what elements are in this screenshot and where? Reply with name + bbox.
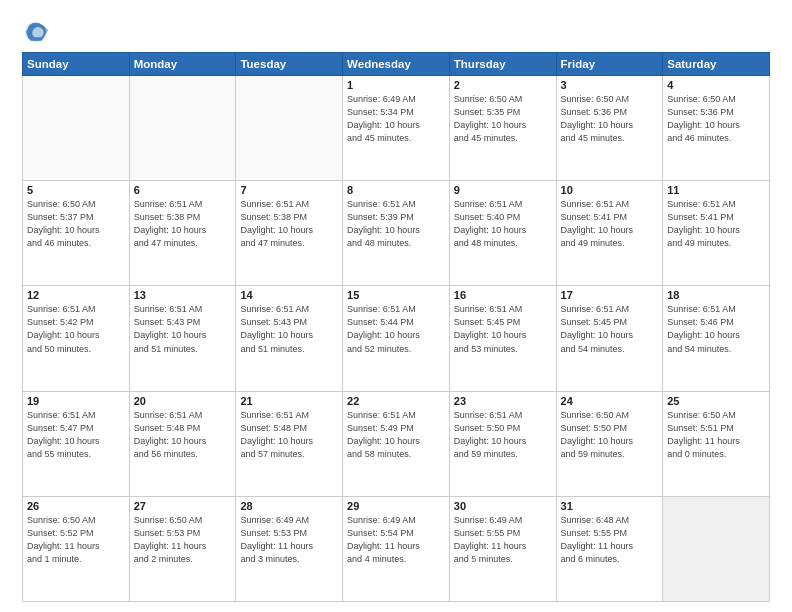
day-cell: 8Sunrise: 6:51 AM Sunset: 5:39 PM Daylig… xyxy=(343,181,450,286)
day-cell: 24Sunrise: 6:50 AM Sunset: 5:50 PM Dayli… xyxy=(556,391,663,496)
day-info: Sunrise: 6:51 AM Sunset: 5:49 PM Dayligh… xyxy=(347,409,445,461)
day-info: Sunrise: 6:51 AM Sunset: 5:42 PM Dayligh… xyxy=(27,303,125,355)
day-info: Sunrise: 6:51 AM Sunset: 5:48 PM Dayligh… xyxy=(240,409,338,461)
page: SundayMondayTuesdayWednesdayThursdayFrid… xyxy=(0,0,792,612)
day-cell: 16Sunrise: 6:51 AM Sunset: 5:45 PM Dayli… xyxy=(449,286,556,391)
day-number: 2 xyxy=(454,79,552,91)
day-number: 25 xyxy=(667,395,765,407)
day-info: Sunrise: 6:51 AM Sunset: 5:45 PM Dayligh… xyxy=(561,303,659,355)
day-cell: 30Sunrise: 6:49 AM Sunset: 5:55 PM Dayli… xyxy=(449,496,556,601)
day-cell: 22Sunrise: 6:51 AM Sunset: 5:49 PM Dayli… xyxy=(343,391,450,496)
day-info: Sunrise: 6:50 AM Sunset: 5:35 PM Dayligh… xyxy=(454,93,552,145)
day-number: 30 xyxy=(454,500,552,512)
day-cell: 17Sunrise: 6:51 AM Sunset: 5:45 PM Dayli… xyxy=(556,286,663,391)
day-info: Sunrise: 6:49 AM Sunset: 5:55 PM Dayligh… xyxy=(454,514,552,566)
day-number: 1 xyxy=(347,79,445,91)
week-row-2: 5Sunrise: 6:50 AM Sunset: 5:37 PM Daylig… xyxy=(23,181,770,286)
day-number: 3 xyxy=(561,79,659,91)
header xyxy=(22,18,770,46)
day-cell: 25Sunrise: 6:50 AM Sunset: 5:51 PM Dayli… xyxy=(663,391,770,496)
day-number: 11 xyxy=(667,184,765,196)
weekday-header-wednesday: Wednesday xyxy=(343,53,450,76)
day-number: 7 xyxy=(240,184,338,196)
day-info: Sunrise: 6:49 AM Sunset: 5:34 PM Dayligh… xyxy=(347,93,445,145)
day-cell: 1Sunrise: 6:49 AM Sunset: 5:34 PM Daylig… xyxy=(343,76,450,181)
day-cell xyxy=(663,496,770,601)
week-row-3: 12Sunrise: 6:51 AM Sunset: 5:42 PM Dayli… xyxy=(23,286,770,391)
weekday-header-tuesday: Tuesday xyxy=(236,53,343,76)
day-number: 12 xyxy=(27,289,125,301)
day-cell: 28Sunrise: 6:49 AM Sunset: 5:53 PM Dayli… xyxy=(236,496,343,601)
day-info: Sunrise: 6:50 AM Sunset: 5:52 PM Dayligh… xyxy=(27,514,125,566)
day-info: Sunrise: 6:51 AM Sunset: 5:50 PM Dayligh… xyxy=(454,409,552,461)
day-info: Sunrise: 6:51 AM Sunset: 5:39 PM Dayligh… xyxy=(347,198,445,250)
day-number: 17 xyxy=(561,289,659,301)
weekday-header-saturday: Saturday xyxy=(663,53,770,76)
day-cell: 10Sunrise: 6:51 AM Sunset: 5:41 PM Dayli… xyxy=(556,181,663,286)
day-info: Sunrise: 6:51 AM Sunset: 5:41 PM Dayligh… xyxy=(561,198,659,250)
day-cell: 26Sunrise: 6:50 AM Sunset: 5:52 PM Dayli… xyxy=(23,496,130,601)
day-info: Sunrise: 6:50 AM Sunset: 5:51 PM Dayligh… xyxy=(667,409,765,461)
logo xyxy=(22,18,54,46)
day-cell: 29Sunrise: 6:49 AM Sunset: 5:54 PM Dayli… xyxy=(343,496,450,601)
day-number: 29 xyxy=(347,500,445,512)
day-cell: 15Sunrise: 6:51 AM Sunset: 5:44 PM Dayli… xyxy=(343,286,450,391)
weekday-header-friday: Friday xyxy=(556,53,663,76)
day-info: Sunrise: 6:51 AM Sunset: 5:46 PM Dayligh… xyxy=(667,303,765,355)
day-info: Sunrise: 6:50 AM Sunset: 5:37 PM Dayligh… xyxy=(27,198,125,250)
day-number: 19 xyxy=(27,395,125,407)
day-cell: 20Sunrise: 6:51 AM Sunset: 5:48 PM Dayli… xyxy=(129,391,236,496)
day-cell: 18Sunrise: 6:51 AM Sunset: 5:46 PM Dayli… xyxy=(663,286,770,391)
day-number: 27 xyxy=(134,500,232,512)
day-cell: 5Sunrise: 6:50 AM Sunset: 5:37 PM Daylig… xyxy=(23,181,130,286)
day-cell xyxy=(23,76,130,181)
day-cell xyxy=(129,76,236,181)
day-cell: 3Sunrise: 6:50 AM Sunset: 5:36 PM Daylig… xyxy=(556,76,663,181)
calendar: SundayMondayTuesdayWednesdayThursdayFrid… xyxy=(22,52,770,602)
week-row-4: 19Sunrise: 6:51 AM Sunset: 5:47 PM Dayli… xyxy=(23,391,770,496)
day-number: 16 xyxy=(454,289,552,301)
day-cell: 27Sunrise: 6:50 AM Sunset: 5:53 PM Dayli… xyxy=(129,496,236,601)
day-number: 21 xyxy=(240,395,338,407)
day-number: 5 xyxy=(27,184,125,196)
day-info: Sunrise: 6:50 AM Sunset: 5:50 PM Dayligh… xyxy=(561,409,659,461)
day-number: 13 xyxy=(134,289,232,301)
day-number: 22 xyxy=(347,395,445,407)
day-info: Sunrise: 6:48 AM Sunset: 5:55 PM Dayligh… xyxy=(561,514,659,566)
weekday-header-monday: Monday xyxy=(129,53,236,76)
day-cell: 4Sunrise: 6:50 AM Sunset: 5:36 PM Daylig… xyxy=(663,76,770,181)
day-info: Sunrise: 6:50 AM Sunset: 5:53 PM Dayligh… xyxy=(134,514,232,566)
day-info: Sunrise: 6:51 AM Sunset: 5:38 PM Dayligh… xyxy=(240,198,338,250)
day-info: Sunrise: 6:51 AM Sunset: 5:40 PM Dayligh… xyxy=(454,198,552,250)
week-row-5: 26Sunrise: 6:50 AM Sunset: 5:52 PM Dayli… xyxy=(23,496,770,601)
day-number: 23 xyxy=(454,395,552,407)
day-info: Sunrise: 6:49 AM Sunset: 5:53 PM Dayligh… xyxy=(240,514,338,566)
day-info: Sunrise: 6:51 AM Sunset: 5:43 PM Dayligh… xyxy=(240,303,338,355)
day-cell: 21Sunrise: 6:51 AM Sunset: 5:48 PM Dayli… xyxy=(236,391,343,496)
day-number: 24 xyxy=(561,395,659,407)
logo-icon xyxy=(22,18,50,46)
day-number: 15 xyxy=(347,289,445,301)
day-info: Sunrise: 6:49 AM Sunset: 5:54 PM Dayligh… xyxy=(347,514,445,566)
day-info: Sunrise: 6:50 AM Sunset: 5:36 PM Dayligh… xyxy=(667,93,765,145)
day-number: 14 xyxy=(240,289,338,301)
day-cell: 31Sunrise: 6:48 AM Sunset: 5:55 PM Dayli… xyxy=(556,496,663,601)
day-cell: 12Sunrise: 6:51 AM Sunset: 5:42 PM Dayli… xyxy=(23,286,130,391)
day-info: Sunrise: 6:51 AM Sunset: 5:48 PM Dayligh… xyxy=(134,409,232,461)
day-number: 31 xyxy=(561,500,659,512)
day-cell: 14Sunrise: 6:51 AM Sunset: 5:43 PM Dayli… xyxy=(236,286,343,391)
day-cell: 2Sunrise: 6:50 AM Sunset: 5:35 PM Daylig… xyxy=(449,76,556,181)
day-number: 8 xyxy=(347,184,445,196)
day-number: 28 xyxy=(240,500,338,512)
day-info: Sunrise: 6:51 AM Sunset: 5:44 PM Dayligh… xyxy=(347,303,445,355)
day-number: 4 xyxy=(667,79,765,91)
day-number: 26 xyxy=(27,500,125,512)
day-cell xyxy=(236,76,343,181)
weekday-header-thursday: Thursday xyxy=(449,53,556,76)
day-number: 20 xyxy=(134,395,232,407)
day-cell: 19Sunrise: 6:51 AM Sunset: 5:47 PM Dayli… xyxy=(23,391,130,496)
day-cell: 11Sunrise: 6:51 AM Sunset: 5:41 PM Dayli… xyxy=(663,181,770,286)
week-row-1: 1Sunrise: 6:49 AM Sunset: 5:34 PM Daylig… xyxy=(23,76,770,181)
day-info: Sunrise: 6:51 AM Sunset: 5:47 PM Dayligh… xyxy=(27,409,125,461)
day-cell: 13Sunrise: 6:51 AM Sunset: 5:43 PM Dayli… xyxy=(129,286,236,391)
